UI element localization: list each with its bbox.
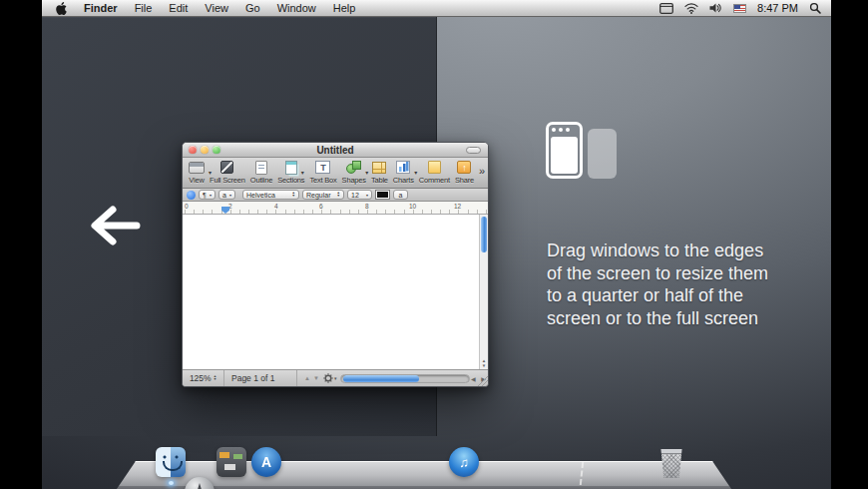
fullscreen-icon: [220, 161, 233, 174]
toolbar-sections-button[interactable]: Sections: [277, 160, 304, 185]
wifi-icon[interactable]: [684, 3, 698, 14]
character-style-select[interactable]: a▾: [218, 190, 235, 200]
input-source-flag-icon[interactable]: [733, 4, 746, 13]
format-bar: ¶▾ a▾ Helvetica Regular 12▾ a: [183, 189, 488, 202]
menu-item-file[interactable]: File: [135, 2, 153, 14]
desktop: Drag windows to the edges of the screen …: [42, 0, 831, 489]
menu-item-window[interactable]: Window: [277, 2, 316, 14]
gear-icon: [323, 373, 333, 383]
close-button[interactable]: [189, 146, 197, 154]
hint-line: to a quarter or half of the: [547, 284, 806, 307]
left-arrow-icon: [86, 202, 142, 249]
toolbar-textbox-button[interactable]: Text Box: [309, 160, 336, 185]
comment-icon: [428, 161, 441, 174]
dock-finder-icon[interactable]: [156, 447, 186, 477]
toolbar-shapes-button[interactable]: Shapes: [342, 160, 366, 185]
toolbar-fullscreen-button[interactable]: Full Screen: [210, 160, 245, 185]
resize-hint-half-icon: [588, 129, 617, 179]
next-page-button[interactable]: ▼: [313, 375, 319, 381]
ruler-number: 0: [185, 203, 189, 210]
scroll-arrow-buttons[interactable]: [480, 358, 488, 368]
horizontal-scrollbar[interactable]: [340, 374, 470, 383]
ruler[interactable]: 0 2 4 6 8 10 12: [183, 202, 488, 215]
finder-running-indicator: [169, 481, 174, 485]
dock-app-store-icon[interactable]: [251, 447, 281, 477]
ruler-number: 4: [274, 203, 278, 210]
ruler-number: 8: [365, 203, 369, 210]
shapes-icon: [346, 161, 361, 174]
hint-line: screen or to the full screen: [547, 307, 806, 330]
outline-icon: [255, 161, 267, 175]
toolbar-charts-button[interactable]: Charts: [393, 160, 414, 185]
screenshot-root: Drag windows to the edges of the screen …: [0, 0, 868, 489]
toolbar-table-button[interactable]: Table: [371, 160, 388, 185]
ruler-number: 6: [319, 203, 323, 210]
menu-bar-status: 8:47 PM: [659, 2, 831, 14]
style-a-button[interactable]: a: [393, 190, 408, 200]
pages-window: Untitled View Full Screen Outline Sectio…: [182, 142, 489, 387]
toolbar-outline-button[interactable]: Outline: [250, 160, 272, 185]
menu-bar-left: Finder File Edit View Go Window Help: [42, 2, 355, 15]
dock-itunes-icon[interactable]: [449, 447, 479, 477]
window-dots-icon: [552, 128, 556, 132]
paragraph-style-select[interactable]: ¶▾: [199, 190, 216, 200]
window-toolbar: View Full Screen Outline Sections Text B…: [183, 158, 488, 189]
window-titlebar[interactable]: Untitled: [183, 143, 488, 158]
share-icon: [457, 161, 471, 174]
ruler-number: 10: [409, 203, 416, 210]
document-page[interactable]: [183, 215, 488, 369]
spotlight-icon[interactable]: [809, 2, 821, 14]
window-manager-status-icon[interactable]: [659, 3, 673, 14]
view-icon: [189, 162, 205, 174]
zoom-level-control[interactable]: 125%: [183, 370, 224, 386]
style-sphere-icon[interactable]: [187, 191, 196, 200]
sections-icon: [285, 161, 297, 175]
traffic-lights: [183, 146, 220, 154]
menu-item-finder[interactable]: Finder: [84, 2, 118, 14]
font-family-select[interactable]: Helvetica: [242, 190, 299, 200]
apple-menu[interactable]: [56, 2, 67, 15]
toolbar-overflow-chevron[interactable]: »: [479, 165, 485, 177]
page-indicator: Page 1 of 1: [225, 370, 297, 386]
table-icon: [372, 162, 386, 174]
zoom-button[interactable]: [213, 146, 220, 154]
toolbar-share-button[interactable]: Share: [455, 160, 474, 185]
ruler-number: 12: [454, 203, 461, 210]
ruler-margin-marker[interactable]: [221, 207, 229, 214]
hint-text: Drag windows to the edges of the screen …: [547, 240, 806, 329]
charts-icon: [396, 161, 410, 174]
apple-logo-icon: [56, 2, 67, 15]
window-title: Untitled: [183, 145, 488, 156]
resize-hint-window-icon: [546, 122, 583, 179]
toolbar-toggle-button[interactable]: [466, 147, 481, 154]
toolbar-comment-button[interactable]: Comment: [419, 160, 450, 185]
menu-item-go[interactable]: Go: [245, 2, 260, 14]
menu-item-edit[interactable]: Edit: [169, 2, 188, 14]
gear-menu-button[interactable]: [323, 373, 337, 383]
hint-line: Drag windows to the edges: [547, 240, 806, 262]
horizontal-scroll-thumb[interactable]: [343, 375, 419, 382]
hint-line: of the screen to resize them: [547, 262, 806, 285]
minimize-button[interactable]: [201, 146, 209, 154]
window-statusbar: 125% Page 1 of 1 ▲ ▼: [183, 369, 488, 386]
vertical-scrollbar[interactable]: [479, 215, 488, 369]
menu-item-help[interactable]: Help: [333, 2, 356, 14]
text-color-well[interactable]: [375, 190, 390, 200]
font-size-select[interactable]: 12▾: [347, 190, 372, 200]
menu-clock[interactable]: 8:47 PM: [757, 2, 798, 14]
previous-page-button[interactable]: ▲: [304, 375, 310, 381]
vertical-scroll-thumb[interactable]: [481, 217, 487, 252]
menu-item-view[interactable]: View: [205, 2, 228, 14]
window-body: [551, 137, 578, 174]
menu-bar: Finder File Edit View Go Window Help 8:4…: [42, 0, 831, 17]
font-style-select[interactable]: Regular: [302, 190, 344, 200]
dock-mission-control-icon[interactable]: [217, 447, 246, 477]
textbox-icon: [315, 161, 330, 174]
toolbar-view-button[interactable]: View: [189, 160, 205, 185]
volume-icon[interactable]: [709, 3, 722, 13]
